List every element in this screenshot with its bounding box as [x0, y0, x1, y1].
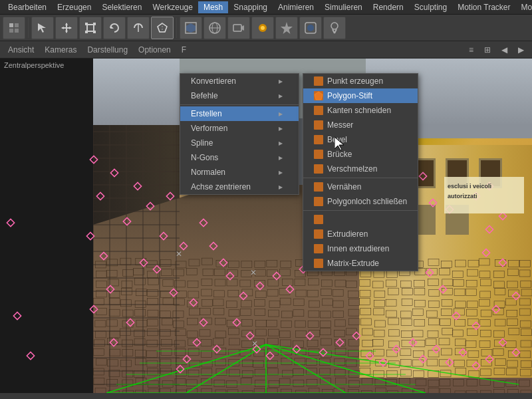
- sub-vernähen[interactable]: Vernähen: [303, 180, 418, 194]
- menu-erstellen[interactable]: Erstellen: [180, 106, 299, 121]
- menu-verformen[interactable]: Verformen: [180, 121, 299, 136]
- svg-line-34: [334, 29, 336, 33]
- svg-point-28: [261, 26, 265, 30]
- svg-rect-56: [13, 312, 21, 319]
- toolbar2-ansicht[interactable]: Ansicht: [4, 44, 38, 56]
- menu-rendern[interactable]: Rendern: [368, 1, 409, 13]
- svg-rect-57: [27, 352, 34, 359]
- sub-bevel[interactable]: Bevel: [303, 132, 418, 147]
- tool-render[interactable]: [251, 17, 274, 39]
- toolbar: [0, 15, 532, 41]
- svg-marker-4: [38, 23, 46, 33]
- svg-rect-12: [85, 23, 88, 25]
- svg-rect-2: [9, 29, 13, 33]
- menu-mesh[interactable]: Mesh: [198, 1, 228, 13]
- menu-normalen[interactable]: Normalen: [180, 165, 299, 180]
- menu-erzeugen[interactable]: Erzeugen: [52, 1, 96, 13]
- sub-matrix-extrude[interactable]: Innen extrudieren: [303, 241, 418, 256]
- tool-extra[interactable]: [323, 17, 346, 39]
- menu-spline[interactable]: Spline: [180, 136, 299, 150]
- toolbar2-icon1[interactable]: ≡: [465, 44, 477, 56]
- viewport-label: Zentralperspektive: [4, 61, 65, 69]
- svg-rect-1: [15, 23, 19, 27]
- tool-camera[interactable]: [227, 17, 250, 39]
- svg-rect-14: [85, 31, 88, 33]
- menu-motion-tracker[interactable]: Motion Tracker: [452, 1, 515, 13]
- toolbar2-optionen[interactable]: Optionen: [134, 44, 175, 56]
- toolbar-sep1: [28, 18, 29, 38]
- erstellen-submenu: Punkt erzeugen Polygon-Stift Kanten schn…: [303, 73, 418, 271]
- toolbar2-darstellung[interactable]: Darstellung: [83, 44, 132, 56]
- smooth-shift-icon: [314, 259, 323, 268]
- menu-konvertieren[interactable]: Konvertieren: [180, 74, 299, 88]
- svg-marker-7: [65, 23, 68, 25]
- kanten-icon: [314, 106, 323, 115]
- menu-animieren[interactable]: Animieren: [273, 1, 319, 13]
- menu-snapping[interactable]: Snapping: [228, 1, 273, 13]
- mesh-dropdown: Konvertieren Befehle Erstellen Verformen…: [180, 73, 299, 195]
- tool-select[interactable]: [31, 17, 54, 39]
- bevel-icon: [314, 135, 323, 144]
- sub-kanten-schneiden[interactable]: Kanten schneiden: [303, 103, 418, 118]
- svg-rect-3: [15, 29, 19, 33]
- sub-verschmelzen[interactable]: Verschmelzen: [303, 162, 418, 176]
- sub-smooth-shift[interactable]: Matrix-Extrude: [303, 256, 418, 271]
- verschmelzen-icon: [314, 164, 323, 174]
- menu-bearbeiten[interactable]: Bearbeiten: [3, 1, 52, 13]
- menu-mograph[interactable]: MoGraph: [516, 1, 532, 13]
- svg-rect-15: [93, 31, 96, 33]
- svg-marker-29: [281, 22, 293, 34]
- svg-marker-16: [110, 25, 114, 29]
- menu-bar: Bearbeiten Erzeugen Selektieren Werkzeug…: [0, 0, 532, 15]
- svg-rect-58: [7, 219, 14, 226]
- sub-extrudieren[interactable]: [303, 212, 418, 227]
- svg-marker-8: [65, 31, 68, 33]
- tool-polygon[interactable]: [151, 17, 174, 39]
- innen-extrudieren-icon: [314, 229, 323, 239]
- sub-polygonloch[interactable]: Polygonloch schließen: [303, 194, 418, 209]
- toolbar2-icon4[interactable]: ▶: [514, 44, 528, 56]
- toolbar2-kameras[interactable]: Kameras: [41, 44, 80, 56]
- svg-rect-13: [93, 23, 96, 25]
- svg-marker-133: [315, 92, 323, 100]
- svg-rect-25: [233, 25, 241, 31]
- sub-messer[interactable]: Messer: [303, 118, 418, 132]
- svg-marker-9: [61, 27, 64, 29]
- toolbar2: Ansicht Kameras Darstellung Optionen F ≡…: [0, 41, 532, 59]
- svg-point-32: [331, 23, 338, 29]
- vernähen-icon: [314, 182, 323, 192]
- svg-rect-0: [9, 23, 13, 27]
- messer-icon: [314, 120, 323, 130]
- toolbar2-f[interactable]: F: [178, 44, 190, 56]
- menu-werkzeuge[interactable]: Werkzeuge: [147, 1, 198, 13]
- toolbar-sep2: [176, 18, 177, 38]
- tool-3d-1[interactable]: [180, 17, 202, 39]
- bruecke-icon: [314, 150, 323, 159]
- menu-sculpting[interactable]: Sculpting: [409, 1, 452, 13]
- toolbar2-icon2[interactable]: ⊞: [480, 44, 495, 56]
- tool-material[interactable]: [299, 17, 322, 39]
- tool-rotate[interactable]: [103, 17, 126, 39]
- menu-achse-zentrieren[interactable]: Achse zentrieren: [180, 180, 299, 194]
- sub-bruecke[interactable]: Brücke: [303, 147, 418, 162]
- svg-rect-11: [87, 25, 94, 31]
- toolbar2-icon3[interactable]: ◀: [497, 44, 511, 56]
- tool-mode1[interactable]: [3, 17, 25, 39]
- tool-scale[interactable]: [79, 17, 102, 39]
- tool-light[interactable]: [275, 17, 298, 39]
- sub-sep1: [303, 178, 418, 178]
- punkt-erzeugen-icon: [314, 76, 323, 86]
- tool-3d-2[interactable]: [203, 17, 226, 39]
- sub-polygon-stift[interactable]: Polygon-Stift: [303, 88, 418, 103]
- polygon-stift-icon: [314, 91, 323, 100]
- menu-selektieren[interactable]: Selektieren: [96, 1, 147, 13]
- menu-n-gons[interactable]: N-Gons: [180, 150, 299, 165]
- menu-befehle[interactable]: Befehle: [180, 88, 299, 103]
- tool-move[interactable]: [55, 17, 78, 39]
- sub-punkt-erzeugen[interactable]: Punkt erzeugen: [303, 74, 418, 88]
- sub-innen-extrudieren[interactable]: Extrudieren: [303, 227, 418, 241]
- tool-transform[interactable]: [127, 17, 150, 39]
- matrix-extrude-icon: [314, 244, 323, 253]
- menu-simulieren[interactable]: Simulieren: [319, 1, 368, 13]
- polygonloch-icon: [314, 197, 323, 206]
